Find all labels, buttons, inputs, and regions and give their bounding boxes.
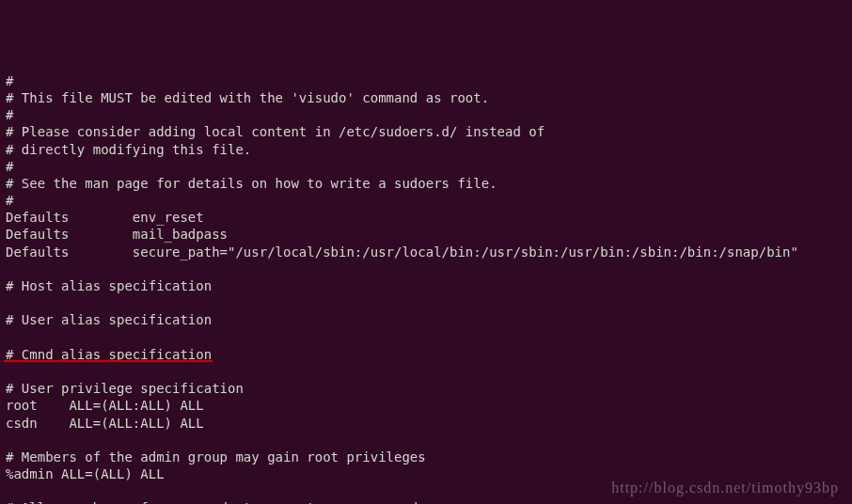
terminal-line-15 xyxy=(6,329,846,346)
terminal-line-18: # User privilege specification xyxy=(6,380,846,397)
terminal-line-6: # See the man page for details on how to… xyxy=(6,175,846,192)
terminal-line-5: # xyxy=(6,158,846,175)
terminal-line-8: Defaults env_reset xyxy=(6,209,846,226)
terminal-line-20: csdn ALL=(ALL:ALL) ALL xyxy=(6,415,846,432)
terminal-line-13 xyxy=(6,294,846,311)
terminal-line-7: # xyxy=(6,192,846,209)
terminal-line-21 xyxy=(6,432,846,449)
terminal-content[interactable]: ## This file MUST be edited with the 'vi… xyxy=(6,72,846,504)
red-underline-annotation xyxy=(4,360,213,362)
terminal-line-25: # Allow members of group sudo to execute… xyxy=(6,499,846,504)
terminal-line-4: # directly modifying this file. xyxy=(6,141,846,158)
terminal-line-1: # This file MUST be edited with the 'vis… xyxy=(6,89,846,106)
terminal-line-11 xyxy=(6,260,846,277)
watermark-text: http://blog.csdn.net/timothy93bp xyxy=(611,479,839,498)
terminal-line-19: root ALL=(ALL:ALL) ALL xyxy=(6,397,846,414)
terminal-line-17 xyxy=(6,363,846,380)
terminal-line-0: # xyxy=(6,72,846,89)
terminal-line-10: Defaults secure_path="/usr/local/sbin:/u… xyxy=(6,244,846,260)
terminal-line-22: # Members of the admin group may gain ro… xyxy=(6,449,846,465)
terminal-line-12: # Host alias specification xyxy=(6,277,846,294)
terminal-line-3: # Please consider adding local content i… xyxy=(6,123,846,140)
terminal-line-2: # xyxy=(6,106,846,123)
terminal-line-9: Defaults mail_badpass xyxy=(6,226,846,243)
terminal-line-14: # User alias specification xyxy=(6,311,846,328)
